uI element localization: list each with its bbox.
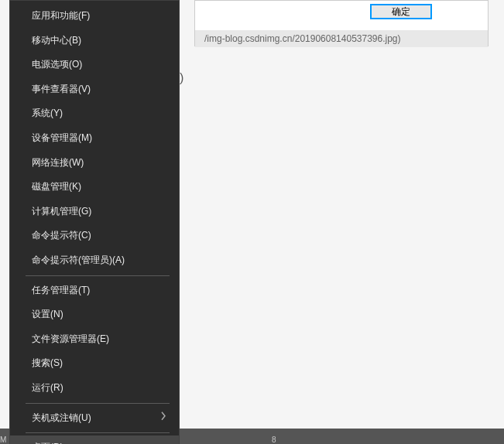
menu-item-file-explorer[interactable]: 文件资源管理器(E) [10,327,179,352]
menu-item-event-viewer[interactable]: 事件查看器(V) [10,77,179,102]
dialog-box: 确定 /img-blog.csdnimg.cn/2019060814053739… [194,0,489,46]
background-fragment: ) [180,71,183,85]
menu-separator [26,403,170,404]
menu-item-system[interactable]: 系统(Y) [10,101,179,126]
dialog-url: /img-blog.csdnimg.cn/20190608140537396.j… [195,30,488,47]
menu-item-settings[interactable]: 设置(N) [10,302,179,327]
menu-item-power-options[interactable]: 电源选项(O) [10,53,179,77]
menu-item-computer-management[interactable]: 计算机管理(G) [10,200,179,224]
menu-item-search[interactable]: 搜索(S) [10,351,179,376]
menu-item-apps-features[interactable]: 应用和功能(F) [10,4,179,29]
menu-item-disk-management[interactable]: 磁盘管理(K) [10,175,179,200]
menu-item-command-prompt[interactable]: 命令提示符(C) [10,224,179,248]
bottom-marker-left: M [0,435,6,444]
bottom-marker-mid: 8 [272,435,276,444]
menu-item-mobility-center[interactable]: 移动中心(B) [10,29,179,53]
menu-item-task-manager[interactable]: 任务管理器(T) [10,278,179,303]
menu-item-desktop[interactable]: 桌面(D) [10,435,179,444]
ok-button[interactable]: 确定 [370,4,432,19]
winx-context-menu: 应用和功能(F) 移动中心(B) 电源选项(O) 事件查看器(V) 系统(Y) … [9,0,180,444]
menu-separator [26,432,170,433]
menu-item-network-connections[interactable]: 网络连接(W) [10,151,179,176]
chevron-right-icon [160,412,166,425]
menu-separator [26,275,170,276]
menu-item-device-manager[interactable]: 设备管理器(M) [10,126,179,151]
menu-item-label: 关机或注销(U) [32,412,91,423]
menu-item-run[interactable]: 运行(R) [10,376,179,401]
menu-item-shutdown-signout[interactable]: 关机或注销(U) [10,406,179,431]
menu-item-command-prompt-admin[interactable]: 命令提示符(管理员)(A) [10,248,179,273]
